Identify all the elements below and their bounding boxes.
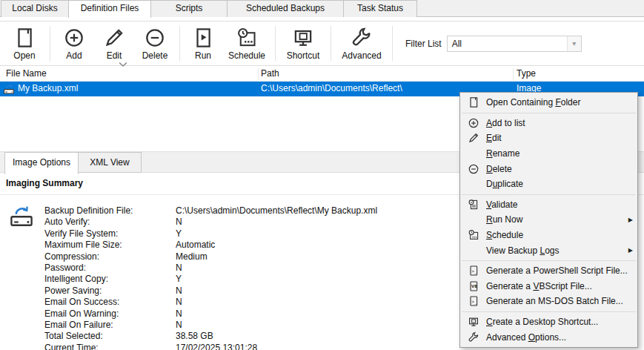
open-file-icon [13,27,36,49]
summary-value: N [176,297,182,307]
file-list-header: File Name Path Type [0,67,644,82]
file-name-cell: My Backup.xml [18,82,78,96]
toolbar-separator [179,26,180,61]
wrench-icon [468,331,479,343]
summary-label: Intelligent Copy: [44,274,176,285]
filter-list-value: All [452,39,462,49]
filter-list-group: Filter List All ▾ [405,23,582,64]
summary-value: 17/02/2025 13:01:28 [176,343,257,350]
monitor-icon [468,316,479,328]
submenu-arrow-icon: ▶ [625,247,635,254]
toolbar-separator [275,26,276,61]
menu-item-validate[interactable]: Validate [460,197,637,213]
summary-value: 38.58 GB [176,331,213,341]
summary-label: Compression: [44,251,176,262]
file-path-cell: C:\Users\admin\Documents\Reflect\ [261,82,402,96]
monitor-icon [292,27,314,49]
column-header-path[interactable]: Path [261,67,279,82]
delete-button-label: Delete [142,50,168,61]
summary-label: Total Selected: [44,331,176,342]
add-button-label: Add [66,50,82,61]
validate-check-icon [468,199,479,211]
tab-scripts[interactable]: Scripts [150,0,228,17]
menu-item-delete[interactable]: Delete [460,161,637,176]
summary-value: Y [176,228,182,239]
column-header-file-name[interactable]: File Name [6,67,47,82]
definition-files-toolbar: Open Add Edit Delete Run Schedule Shortc… [0,21,644,66]
shortcut-button[interactable]: Shortcut [279,23,327,64]
add-circle-icon [468,117,479,129]
summary-value: Medium [176,251,208,262]
filter-list-label: Filter List [405,39,442,49]
open-file-icon [468,96,479,108]
summary-value: N [176,262,182,273]
pencil-icon [103,27,125,49]
menu-separator [462,113,636,113]
summary-label: Password: [44,262,176,274]
summary-value: Y [176,274,182,284]
toolbar-separator [331,26,331,61]
menu-item-view-backup-logs[interactable]: View Backup Logs ▶ [460,242,637,258]
menu-item-create-desktop-shortcut[interactable]: Create a Desktop Shortcut... [460,314,637,330]
summary-value: N [176,308,182,319]
run-button-label: Run [195,50,211,61]
menu-item-duplicate[interactable]: Duplicate [460,176,637,192]
vbscript-file-icon [468,280,479,292]
powershell-script-icon [468,265,479,277]
open-button[interactable]: Open [3,23,46,64]
summary-label: Maximum File Size: [44,240,176,251]
summary-value: N [176,217,182,227]
calendar-clock-icon [468,229,479,241]
menu-item-advanced-options[interactable]: Advanced Options... [460,329,637,345]
backup-definition-icon [3,83,15,95]
tab-local-disks[interactable]: Local Disks [1,0,69,17]
edit-button-label: Edit [107,50,122,61]
menu-item-edit[interactable]: Edit [460,131,637,146]
advanced-button[interactable]: Advanced [335,23,388,64]
filter-list-dropdown[interactable]: All ▾ [447,36,582,52]
tab-definition-files[interactable]: Definition Files [68,0,151,18]
summary-label: Current Time: [44,343,176,350]
menu-item-generate-powershell-script[interactable]: Generate a PowerShell Script File... [460,263,637,279]
imaging-summary-title: Imaging Summary [6,178,83,188]
schedule-button-label: Schedule [228,50,265,61]
summary-label: Power Saving: [44,285,176,297]
menu-item-schedule[interactable]: Schedule [460,228,637,243]
add-button[interactable]: Add [54,23,94,64]
shortcut-button-label: Shortcut [287,50,320,61]
wrench-icon [351,27,373,49]
menu-item-open-containing-folder[interactable]: Open Containing Folder [460,95,637,110]
menu-item-generate-vbscript[interactable]: Generate a VBScript File... [460,279,637,294]
column-divider [513,68,514,80]
column-header-type[interactable]: Type [517,67,536,82]
run-button[interactable]: Run [184,23,222,64]
sort-indicator-icon [119,62,127,67]
tab-image-options[interactable]: Image Options [4,152,79,174]
open-button-label: Open [13,50,35,61]
summary-value: C:\Users\admin\Documents\Reflect\My Back… [176,205,377,216]
summary-label: Auto Verify: [44,217,176,228]
main-tab-bar: Local Disks Definition Files Scripts Sch… [0,0,644,17]
add-circle-icon [63,27,85,49]
tab-scheduled-backups[interactable]: Scheduled Backups [227,0,344,17]
summary-label: Email On Failure: [44,320,176,331]
menu-item-add-to-list[interactable]: Add to list [460,116,637,131]
tab-xml-view[interactable]: XML View [78,152,142,173]
summary-label: Email On Success: [44,297,176,308]
summary-label: Backup Definition File: [44,205,176,217]
summary-value: N [176,285,182,296]
menu-item-run-now[interactable]: Run Now ▶ [460,212,637,228]
schedule-button[interactable]: Schedule [222,23,271,64]
backup-drive-icon [9,203,34,228]
submenu-arrow-icon: ▶ [625,217,635,223]
run-file-icon [192,27,214,49]
tab-task-status[interactable]: Task Status [343,0,417,17]
menu-item-generate-msdos-batch[interactable]: Generate an MS-DOS Batch File... [460,294,637,309]
column-divider [258,68,259,80]
toolbar-separator [50,26,50,61]
batch-script-icon [468,295,479,307]
remove-circle-icon [468,163,479,175]
edit-button[interactable]: Edit [94,23,134,64]
menu-item-rename[interactable]: Rename [460,146,637,162]
delete-button[interactable]: Delete [134,23,176,64]
